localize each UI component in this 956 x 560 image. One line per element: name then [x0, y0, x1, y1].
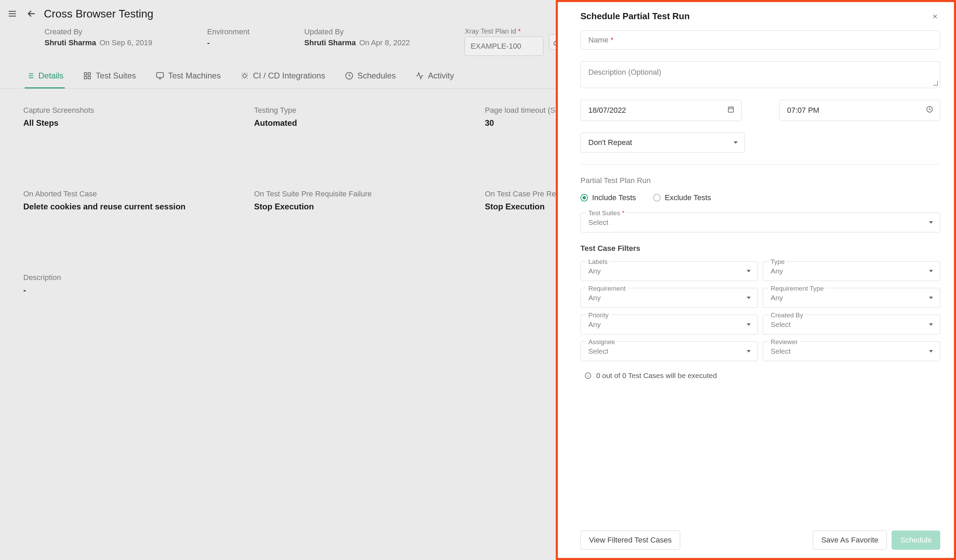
include-label: Include Tests: [592, 193, 636, 202]
detail-cell: On Test Suite Pre Requisite FailureStop …: [254, 190, 472, 211]
caret-down-icon: [929, 270, 933, 272]
caret-down-icon: [734, 142, 738, 144]
date-input[interactable]: 18/07/2022: [580, 100, 742, 121]
name-input-label: Name: [588, 36, 609, 44]
detail-cell: Capture ScreenshotsAll Steps: [23, 106, 241, 128]
repeat-value: Don't Repeat: [588, 138, 632, 147]
meta-created-by: Created By Shruti Sharma On Sep 6, 2019: [44, 27, 153, 47]
required-star: *: [611, 36, 614, 44]
filters-heading: Test Case Filters: [580, 244, 940, 253]
tab-label: Test Suites: [96, 71, 136, 80]
xray-test-plan-input[interactable]: [465, 37, 544, 56]
assignee-filter[interactable]: Assignee Select: [580, 341, 758, 361]
xray-block: Xray Test Plan id *: [465, 27, 565, 56]
svg-rect-14: [157, 73, 164, 77]
filters-grid: Labels Any Type Any Requirement Any Requ…: [580, 261, 940, 361]
panel-body: Name * Description (Optional) 18/07/2022…: [558, 30, 954, 524]
radio-unchecked-icon: [653, 194, 660, 201]
schedule-button[interactable]: Schedule: [892, 530, 940, 550]
caret-down-icon: [929, 297, 933, 299]
test-suites-select[interactable]: Test Suites * Select: [580, 212, 940, 232]
tab-label: CI / CD Integrations: [253, 71, 325, 80]
caret-down-icon: [929, 350, 933, 353]
back-arrow-icon[interactable]: [25, 7, 38, 20]
tab-test-suites[interactable]: Test Suites: [82, 64, 137, 88]
svg-rect-13: [88, 76, 90, 79]
close-button[interactable]: [930, 11, 940, 22]
svg-rect-12: [84, 76, 87, 79]
required-star: *: [518, 27, 521, 35]
include-exclude-radio-group: Include Tests Exclude Tests: [580, 193, 940, 202]
tab-label: Details: [38, 71, 63, 80]
labels-filter[interactable]: Labels Any: [580, 261, 758, 281]
tab-label: Schedules: [357, 71, 396, 80]
tab-label: Activity: [428, 71, 454, 80]
test-suites-value: Select: [588, 218, 608, 227]
view-filtered-test-cases-button[interactable]: View Filtered Test Cases: [580, 530, 680, 550]
time-value: 07:07 PM: [787, 106, 819, 115]
panel-title: Schedule Partial Test Run: [580, 11, 690, 22]
calendar-icon: [728, 106, 734, 115]
panel-header: Schedule Partial Test Run: [558, 2, 954, 30]
execution-count-info: 0 out of 0 Test Cases will be executed: [580, 371, 940, 380]
info-text: 0 out of 0 Test Cases will be executed: [596, 371, 717, 380]
created-by-name: Shruti Sharma: [44, 38, 96, 47]
tab-details[interactable]: Details: [25, 64, 65, 88]
svg-point-17: [243, 74, 246, 77]
caret-down-icon: [747, 270, 751, 272]
type-filter[interactable]: Type Any: [763, 261, 940, 281]
tab-activity[interactable]: Activity: [414, 64, 455, 88]
divider: [580, 164, 940, 165]
required-star: *: [622, 209, 624, 217]
environment-value: -: [207, 38, 210, 47]
meta-updated-by: Updated By Shruti Sharma On Apr 8, 2022: [304, 27, 410, 47]
reviewer-filter[interactable]: Reviewer Select: [763, 341, 940, 361]
caret-down-icon: [747, 350, 751, 353]
page-title: Cross Browser Testing: [44, 8, 154, 20]
exclude-tests-radio[interactable]: Exclude Tests: [653, 193, 711, 202]
include-tests-radio[interactable]: Include Tests: [580, 193, 636, 202]
updated-by-name: Shruti Sharma: [304, 38, 356, 47]
detail-cell: On Aborted Test CaseDelete cookies and r…: [23, 190, 241, 211]
tab-label: Test Machines: [168, 71, 221, 80]
description-textarea[interactable]: Description (Optional): [580, 61, 940, 88]
description-label: Description (Optional): [588, 68, 661, 77]
repeat-select[interactable]: Don't Repeat: [580, 133, 745, 153]
svg-rect-11: [88, 73, 90, 75]
save-as-favorite-button[interactable]: Save As Favorite: [813, 530, 887, 550]
detail-cell: Testing TypeAutomated: [254, 106, 472, 128]
updated-by-date: On Apr 8, 2022: [359, 38, 410, 47]
xray-label: Xray Test Plan id: [465, 27, 516, 35]
svg-rect-21: [728, 107, 734, 112]
caret-down-icon: [747, 324, 751, 326]
created-by-date: On Sep 6, 2019: [99, 38, 152, 47]
schedule-partial-test-run-panel: Schedule Partial Test Run Name * Descrip…: [556, 0, 956, 560]
name-input[interactable]: Name *: [580, 30, 940, 50]
meta-label: Updated By: [304, 27, 410, 36]
meta-environment: Environment -: [207, 27, 250, 47]
svg-rect-10: [84, 73, 87, 75]
partial-heading: Partial Test Plan Run: [580, 176, 940, 185]
requirement-filter[interactable]: Requirement Any: [580, 288, 758, 308]
exclude-label: Exclude Tests: [665, 193, 711, 202]
caret-down-icon: [929, 324, 933, 326]
meta-label: Created By: [44, 27, 153, 36]
priority-filter[interactable]: Priority Any: [580, 315, 758, 335]
info-icon: [585, 372, 591, 379]
tab-ci-cd[interactable]: CI / CD Integrations: [239, 64, 327, 88]
tab-test-machines[interactable]: Test Machines: [154, 64, 222, 88]
radio-checked-icon: [580, 194, 588, 201]
caret-down-icon: [929, 222, 933, 224]
test-suites-label: Test Suites: [588, 209, 620, 217]
panel-footer: View Filtered Test Cases Save As Favorit…: [558, 524, 954, 558]
meta-label: Environment: [207, 27, 250, 36]
caret-down-icon: [747, 297, 751, 299]
tab-schedules[interactable]: Schedules: [344, 64, 397, 88]
created-by-filter[interactable]: Created By Select: [763, 315, 940, 335]
time-input[interactable]: 07:07 PM: [779, 100, 940, 121]
detail-cell: Description-: [23, 273, 241, 295]
requirement-type-filter[interactable]: Requirement Type Any: [763, 288, 940, 308]
date-value: 18/07/2022: [588, 106, 626, 115]
hamburger-icon[interactable]: [5, 7, 19, 20]
clock-icon: [926, 106, 933, 115]
